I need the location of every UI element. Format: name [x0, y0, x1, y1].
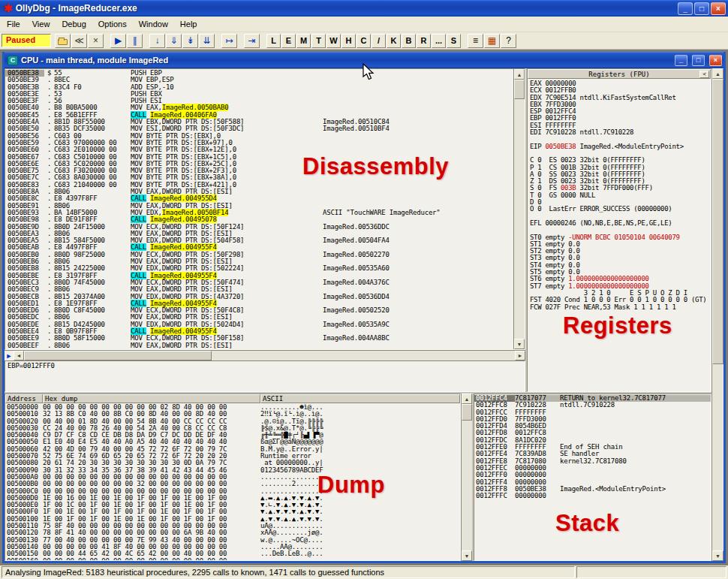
disasm-row[interactable]: 0050BEB0.8B0D 98F25000MOV ECX,DWORD PTR … — [5, 252, 513, 258]
menu-debug[interactable]: Debug — [56, 17, 92, 31]
open-file-button[interactable] — [55, 34, 71, 48]
exec-till-return-button[interactable]: ↦ — [221, 34, 237, 48]
disasm-row[interactable]: 0050BE50.8B35 DCF35000MOV ESI,DWORD PTR … — [5, 125, 513, 132]
scroll-down-icon[interactable]: ▼ — [712, 550, 723, 561]
stack-row[interactable]: 0012FFF80050BE38ImageRed.<ModuleEntryPoi… — [474, 486, 711, 493]
view-button-b[interactable]: B — [402, 34, 416, 48]
stack-row[interactable]: 0012FFE47C839AD8SE handler — [474, 451, 711, 457]
run-button[interactable]: ▶ — [110, 34, 126, 48]
disasm-comment — [323, 273, 513, 279]
disasm-row[interactable]: 0050BE39.8BECMOV EBP,ESP — [5, 77, 513, 83]
dump-row[interactable]: 0050016000 00 00 00 00 00 00 00 00 00 00… — [5, 558, 460, 560]
stack-row[interactable]: 0012FFEC00000000 — [474, 465, 711, 472]
scroll-down-icon[interactable]: ▼ — [462, 550, 472, 561]
stack-row[interactable]: 0012FFE0FFFFFFFFEnd of SEH chain — [474, 444, 711, 451]
dump-header-address[interactable]: Address — [5, 394, 43, 403]
scroll-down-icon[interactable]: ▼ — [514, 339, 525, 349]
dump-header-hex[interactable]: Hex dump — [43, 394, 260, 403]
cpu-close-button[interactable]: × — [709, 55, 722, 66]
mdi-area: C CPU - main thread, module ImageRed _ □… — [0, 50, 728, 565]
disasm-comment — [323, 188, 513, 195]
colors-button[interactable]: ▦ — [484, 34, 500, 48]
disasm-row[interactable]: 0050BE83.C683 21040000 00MOV BYTE PTR DS… — [5, 182, 513, 188]
stack-row[interactable]: 0012FFF000000000 — [474, 472, 711, 478]
view-button-s[interactable]: S — [447, 34, 461, 48]
stack-row[interactable]: 0012FFC47C817077RETURN to kernel32.7C817… — [474, 395, 711, 402]
scrollbar-thumb[interactable] — [514, 80, 525, 99]
disassembly-vscrollbar[interactable]: ▲ ▼ — [513, 69, 525, 349]
help-button[interactable]: ? — [501, 34, 516, 48]
stack-row[interactable]: 0012FFC87C910228ntdll.7C910228 — [474, 402, 711, 409]
menu-view[interactable]: View — [26, 17, 56, 31]
stack-row[interactable]: 0012FFD80012FFC8 — [474, 430, 711, 436]
view-button-k[interactable]: K — [387, 34, 401, 48]
menu-options[interactable]: Options — [92, 17, 133, 31]
disasm-row[interactable]: 0050BED6.8B0D C8F45000MOV ECX,DWORD PTR … — [5, 307, 513, 314]
goto-user-code-button[interactable]: ⇥ — [244, 34, 260, 48]
cpu-minimize-button[interactable]: _ — [675, 55, 687, 66]
disassembly-hscrollbar[interactable]: ► ◄ ► — [5, 350, 525, 360]
menu-file[interactable]: File — [1, 17, 26, 31]
close-program-button[interactable]: × — [88, 34, 104, 48]
register-line[interactable]: EIP 0050BE38 ImageRed.<ModuleEntryPoint> — [530, 143, 711, 150]
disasm-row[interactable]: 0050BEE9.8B0D 58F15000MOV ECX,DWORD PTR … — [5, 335, 513, 342]
close-button[interactable]: × — [711, 2, 726, 15]
cpu-vscrollbar[interactable]: ▲ ▼ — [711, 68, 723, 561]
register-line[interactable]: O 0 LastErr ERROR_SUCCESS (00000000) — [530, 206, 711, 213]
menu-help[interactable]: Help — [174, 17, 203, 31]
stack-row[interactable]: 0012FFD07FFD3000 — [474, 416, 711, 423]
register-line[interactable]: EDI 7C910228 ntdll.7C910228 — [530, 129, 711, 136]
stack-row[interactable]: 0012FFE87C817080kernel32.7C817080 — [474, 458, 711, 465]
view-button-r[interactable]: R — [417, 34, 431, 48]
step-over-button[interactable]: ⇓ — [166, 34, 182, 48]
disasm-row[interactable]: 0050BE3B.83C4 F0ADD ESP,-10 — [5, 84, 513, 91]
scroll-up-icon[interactable]: ▲ — [462, 394, 472, 404]
view-button-patches[interactable]: / — [372, 34, 386, 48]
scroll-up-icon[interactable]: ▲ — [712, 68, 723, 79]
stack-row[interactable]: 0012FFF400000000 — [474, 479, 711, 486]
minimize-button[interactable]: _ — [678, 2, 693, 15]
register-line[interactable]: EFL 00000246 (NO,NB,E,BE,NS,PE,GE,LE) — [530, 220, 711, 227]
disasm-row[interactable]: 0050BE9D.8B0D 24F15000MOV ECX,DWORD PTR … — [5, 224, 513, 231]
disasm-row[interactable]: 0050BE8C.E8 4397F8FFCALL ImageRed.004955… — [5, 195, 513, 202]
scroll-left-icon[interactable]: ◄ — [14, 351, 24, 360]
view-button-w[interactable]: W — [326, 34, 341, 48]
dump-vscrollbar[interactable]: ▲ ▼ — [461, 394, 472, 561]
info-pane[interactable]: EBP=0012FFF0 — [5, 360, 525, 392]
restart-button[interactable]: ≪ — [71, 34, 87, 48]
scrollbar-thumb[interactable] — [24, 351, 212, 360]
animate-into-button[interactable]: ↡ — [182, 34, 198, 48]
view-button-e[interactable]: E — [281, 34, 296, 48]
view-button-c[interactable]: C — [356, 34, 371, 48]
view-button-l[interactable]: L — [266, 34, 281, 48]
animate-over-button[interactable]: ⇊ — [199, 34, 215, 48]
register-line[interactable]: FCW 027F Prec NEAR,53 Mask 1 1 1 1 1 1 — [530, 304, 711, 311]
menu-window[interactable]: Window — [133, 17, 174, 31]
scrollbar-thumb[interactable] — [462, 404, 472, 421]
maximize-button[interactable]: □ — [694, 2, 709, 15]
pause-button[interactable]: ∥ — [127, 34, 143, 48]
step-into-button[interactable]: ↓ — [149, 34, 165, 48]
view-button-t[interactable]: T — [311, 34, 326, 48]
appearance-button[interactable]: ≡ — [468, 34, 483, 48]
view-button-h[interactable]: H — [341, 34, 356, 48]
disassembly-pane: 0050BE38$55PUSH EBP0050BE39.8BECMOV EBP,… — [5, 68, 525, 350]
disasm-row[interactable]: 0050BE38$55PUSH EBP — [5, 70, 513, 77]
view-button-runtrace[interactable]: ... — [432, 34, 446, 48]
disasm-row[interactable]: 0050BE3E.53PUSH EBX — [5, 91, 513, 98]
stack-row[interactable]: 0012FFCCFFFFFFFF — [474, 409, 711, 416]
register-line[interactable]: T 0 GS 0000 NULL — [530, 192, 711, 199]
scroll-up-icon[interactable]: ▲ — [514, 69, 525, 80]
cpu-maximize-button[interactable]: □ — [692, 55, 705, 66]
scrollbar-thumb[interactable] — [712, 79, 723, 364]
view-button-m[interactable]: M — [296, 34, 311, 48]
stack-row[interactable]: 0012FFD48054B6ED — [474, 423, 711, 430]
stack-row[interactable]: 0012FFDC8A1DC020 — [474, 437, 711, 444]
collapse-icon[interactable]: < — [699, 71, 709, 78]
dump-header-ascii[interactable]: ASCII — [260, 394, 460, 403]
cpu-titlebar[interactable]: C CPU - main thread, module ImageRed _ □… — [5, 52, 723, 68]
scroll-right-icon[interactable]: ► — [515, 351, 525, 360]
stack-row[interactable]: 0012FFFC00000000 — [474, 493, 711, 499]
disasm-row[interactable]: 0050BEC3.8B0D 74F45000MOV ECX,DWORD PTR … — [5, 279, 513, 286]
titlebar[interactable]: ✱ OllyDbg - ImageReducer.exe _ □ × — [0, 0, 728, 17]
